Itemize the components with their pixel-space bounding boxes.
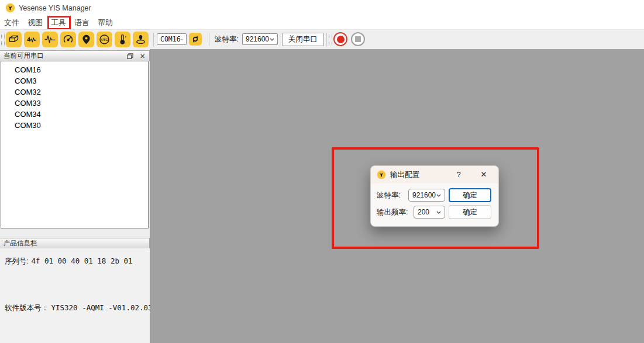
- gauge-icon[interactable]: [60, 32, 76, 47]
- location-pin-icon[interactable]: [78, 32, 94, 47]
- menu-tools[interactable]: 工具: [47, 16, 70, 29]
- dialog-baud-select[interactable]: 921600: [408, 189, 445, 202]
- com-port-select[interactable]: COM16: [157, 33, 187, 45]
- baud-rate-select[interactable]: 921600: [242, 33, 278, 45]
- dialog-help-button[interactable]: ?: [452, 166, 465, 183]
- port-list-item[interactable]: COM34: [1, 109, 148, 120]
- dialog-baud-value: 921600: [412, 191, 436, 199]
- serial-number-label: 序列号:: [5, 257, 29, 265]
- port-list-item[interactable]: COM16: [1, 64, 148, 75]
- yesense-logo-icon: [377, 170, 386, 179]
- chevron-down-icon: [270, 38, 274, 41]
- port-list-item[interactable]: COM30: [1, 120, 148, 131]
- baud-rate-value: 921600: [246, 35, 269, 43]
- serial-number-line: 序列号: 4f 01 00 40 01 18 2b 01: [5, 255, 133, 266]
- yesense-logo-icon: [5, 3, 15, 13]
- float-panel-icon[interactable]: [126, 53, 134, 60]
- baud-rate-label: 波特率:: [215, 30, 239, 49]
- software-version-line: 软件版本号： YIS320 -AQMI -V01.02.03;: [5, 302, 157, 313]
- chevron-down-icon: [436, 211, 441, 214]
- product-info-title: 产品信息栏: [4, 240, 37, 247]
- software-version-value: YIS320 -AQMI -V01.02.03;: [51, 303, 157, 312]
- menu-file[interactable]: 文件: [0, 16, 23, 29]
- dialog-title-bar: 输出配置 ? ✕: [371, 166, 498, 183]
- ports-panel-title: 当前可用串口: [4, 52, 44, 59]
- stop-square-icon: [355, 36, 361, 42]
- attitude-wave-icon[interactable]: [24, 32, 40, 47]
- record-dot-icon: [337, 36, 345, 43]
- port-list-item[interactable]: COM3: [1, 75, 148, 86]
- close-panel-icon[interactable]: ✕: [139, 53, 146, 60]
- record-button[interactable]: [333, 32, 347, 46]
- thermometer-icon[interactable]: [115, 32, 130, 47]
- chevron-down-icon: [181, 38, 183, 41]
- output-config-dialog: 输出配置 ? ✕ 波特率: 921600 确定 输出频率: 200 确定: [370, 165, 499, 227]
- dialog-baud-label: 波特率:: [377, 189, 401, 202]
- utc-clock-label: UTC: [101, 38, 108, 41]
- pressure-icon[interactable]: [133, 32, 149, 47]
- 3d-box-icon[interactable]: [6, 32, 22, 47]
- menu-help[interactable]: 帮助: [94, 16, 117, 29]
- utc-clock-icon[interactable]: UTC: [97, 32, 112, 47]
- app-window: Yesense YIS Manager 文件 视图 工具 语言 帮助: [0, 0, 644, 343]
- software-version-label: 软件版本号：: [5, 304, 49, 312]
- menu-language[interactable]: 语言: [70, 16, 94, 29]
- toolbar-separator: [209, 33, 209, 46]
- chevron-down-icon: [436, 194, 441, 197]
- toolbar-grip-handle[interactable]: [1, 33, 5, 46]
- serial-number-value: 4f 01 00 40 01 18 2b 01: [31, 257, 132, 265]
- pulse-wave-icon[interactable]: [42, 32, 58, 47]
- dialog-title: 输出配置: [390, 166, 419, 183]
- port-list-item[interactable]: COM33: [1, 98, 148, 109]
- dialog-baud-ok-button[interactable]: 确定: [449, 188, 491, 202]
- title-bar: Yesense YIS Manager: [0, 0, 644, 16]
- menu-view[interactable]: 视图: [23, 16, 47, 29]
- refresh-ports-icon[interactable]: [189, 33, 202, 46]
- serial-ports-dock: 当前可用串口 ✕ COM16 COM3 COM32 COM33 COM34 CO…: [0, 49, 150, 343]
- close-serial-port-button[interactable]: 关闭串口: [282, 33, 324, 46]
- port-list: COM16 COM3 COM32 COM33 COM34 COM30: [1, 61, 149, 228]
- toolbar: UTC COM16: [0, 30, 644, 49]
- dialog-freq-label: 输出频率:: [377, 206, 408, 219]
- port-list-item[interactable]: COM32: [1, 86, 148, 98]
- toolbar-grip-handle[interactable]: [329, 33, 332, 46]
- com-port-value: COM16: [160, 35, 181, 43]
- dialog-freq-value: 200: [418, 208, 429, 216]
- menu-bar: 文件 视图 工具 语言 帮助: [0, 16, 644, 29]
- dialog-freq-ok-button[interactable]: 确定: [449, 205, 491, 219]
- dialog-close-icon[interactable]: ✕: [477, 166, 490, 183]
- product-info-header: 产品信息栏: [0, 238, 150, 249]
- dialog-freq-select[interactable]: 200: [414, 206, 445, 219]
- window-title: Yesense YIS Manager: [19, 0, 91, 16]
- toolbar-separator: [326, 33, 327, 46]
- toolbar-separator: [153, 33, 154, 46]
- stop-button[interactable]: [351, 32, 365, 46]
- product-info-area: 序列号: 4f 01 00 40 01 18 2b 01 软件版本号： YIS3…: [0, 248, 150, 343]
- ports-panel-header: 当前可用串口 ✕: [0, 50, 150, 61]
